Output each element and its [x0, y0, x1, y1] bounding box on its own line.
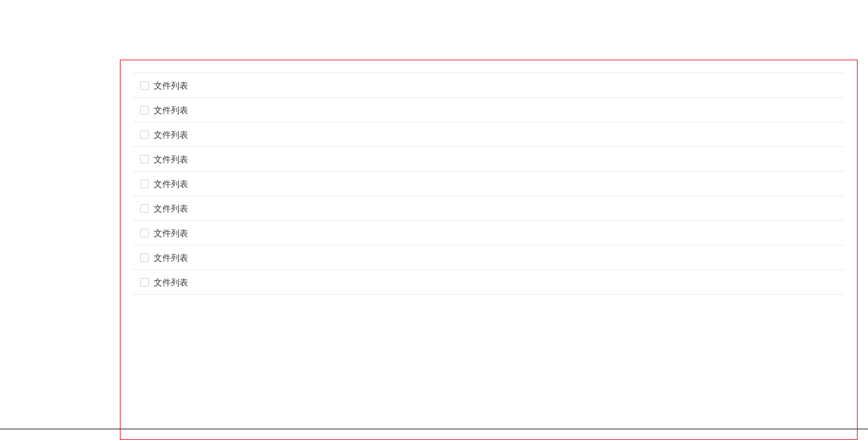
list-item-label: 文件列表 — [154, 155, 188, 164]
list-item-label: 文件列表 — [154, 204, 188, 213]
list-item-label: 文件列表 — [154, 229, 188, 237]
checkbox[interactable] — [140, 253, 149, 262]
checkbox[interactable] — [140, 81, 149, 90]
list-item[interactable]: 文件列表 — [133, 97, 845, 122]
checkbox[interactable] — [140, 229, 149, 237]
list-item[interactable]: 文件列表 — [133, 269, 845, 295]
checkbox[interactable] — [140, 155, 149, 164]
list-item[interactable]: 文件列表 — [133, 146, 845, 172]
checkbox[interactable] — [140, 204, 149, 213]
list-item-label: 文件列表 — [154, 81, 188, 90]
checkbox[interactable] — [140, 278, 149, 287]
list-item-label: 文件列表 — [154, 278, 188, 287]
list-item[interactable]: 文件列表 — [133, 73, 845, 98]
list-item-label: 文件列表 — [154, 253, 188, 262]
list-item[interactable]: 文件列表 — [133, 196, 845, 221]
checkbox[interactable] — [140, 106, 149, 114]
checkbox[interactable] — [140, 130, 149, 139]
list-item-label: 文件列表 — [154, 130, 188, 139]
list-item-label: 文件列表 — [154, 106, 188, 114]
checkbox[interactable] — [140, 180, 149, 188]
list-item[interactable]: 文件列表 — [133, 122, 845, 147]
file-list-panel: 文件列表 文件列表 文件列表 文件列表 文件列表 文件列表 文件列表 文件列表 … — [120, 60, 858, 440]
list-item[interactable]: 文件列表 — [133, 245, 845, 270]
list-item[interactable]: 文件列表 — [133, 220, 845, 245]
list-item[interactable]: 文件列表 — [133, 171, 845, 196]
list-item-label: 文件列表 — [154, 180, 188, 188]
